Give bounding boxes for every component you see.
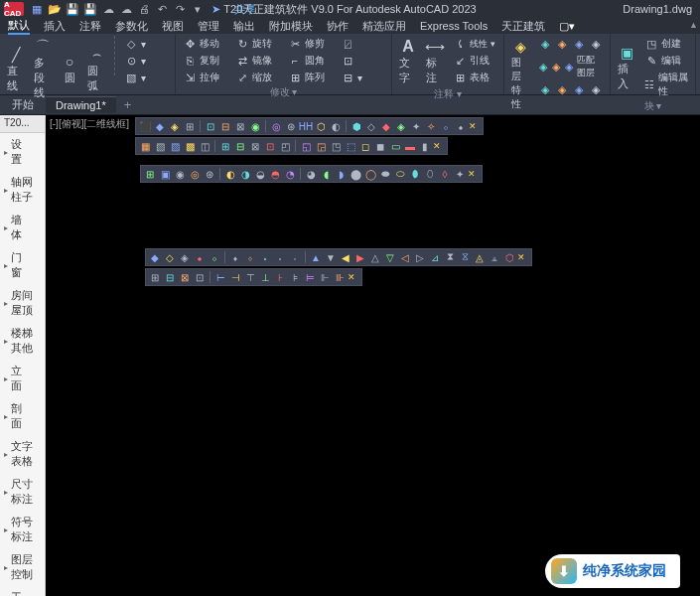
tb-icon[interactable]: ⊡: [193, 270, 207, 284]
menu-featured[interactable]: 精选应用: [362, 19, 406, 34]
tb-icon[interactable]: ▧: [153, 139, 167, 153]
menu-more-icon[interactable]: ▢▾: [559, 20, 575, 33]
tb-icon[interactable]: ⬦: [208, 250, 221, 264]
tb-icon[interactable]: ▦: [138, 139, 152, 153]
tb-icon[interactable]: ⬩: [258, 250, 272, 264]
tb-icon[interactable]: ⊞: [183, 119, 197, 133]
start-tab[interactable]: 开始: [0, 95, 46, 114]
tb-icon[interactable]: ⬪: [273, 250, 287, 264]
menu-annotate[interactable]: 注释: [79, 19, 101, 34]
tb-icon[interactable]: ◖: [319, 167, 333, 181]
draw-more-1[interactable]: ◇▾: [121, 36, 171, 52]
tb-icon[interactable]: HH: [299, 119, 313, 133]
tb-icon[interactable]: ◬: [473, 250, 487, 264]
tb-icon[interactable]: ◲: [314, 139, 328, 153]
tb-icon[interactable]: ⊠: [233, 119, 247, 133]
sidebar-item-wall[interactable]: 墙 体: [0, 209, 45, 246]
add-tab-icon[interactable]: +: [116, 95, 140, 114]
tb-icon[interactable]: ⊟: [218, 119, 232, 133]
tb-icon[interactable]: ◓: [268, 167, 282, 181]
web-open-icon[interactable]: ☁: [101, 2, 115, 16]
tb-icon[interactable]: ▭: [388, 139, 402, 153]
tb-icon[interactable]: ▲: [309, 250, 323, 264]
tb-icon[interactable]: ◆: [148, 250, 162, 264]
save-icon[interactable]: 💾: [66, 2, 79, 16]
tb-icon[interactable]: ◎: [188, 167, 202, 181]
tb-icon[interactable]: ⊞: [143, 167, 157, 181]
tb-icon[interactable]: ⬤: [349, 167, 362, 181]
move-button[interactable]: ✥移动: [180, 36, 229, 52]
tb-icon[interactable]: ⬮: [408, 167, 422, 181]
menu-addins[interactable]: 附加模块: [269, 19, 313, 34]
menu-insert[interactable]: 插入: [44, 19, 66, 34]
tb-icon[interactable]: ⬭: [393, 167, 407, 181]
tb-icon[interactable]: ◈: [178, 250, 192, 264]
tb-icon[interactable]: ✦: [453, 167, 467, 181]
viewport-label[interactable]: [-][俯视][二维线框]: [50, 117, 129, 131]
sidebar-item-settings[interactable]: 设 置: [0, 133, 45, 171]
redo-icon[interactable]: ↷: [173, 2, 187, 16]
tb-icon[interactable]: ◆: [153, 119, 167, 133]
copy-button[interactable]: ⎘复制: [180, 53, 229, 69]
tb-icon[interactable]: ⊡: [204, 119, 217, 133]
tb-icon[interactable]: ◉: [173, 167, 187, 181]
array-button[interactable]: ⊞阵列: [285, 70, 335, 85]
layer-row-1[interactable]: ◈◈◈◈: [535, 36, 606, 52]
menu-express[interactable]: Express Tools: [420, 20, 488, 32]
tb-icon[interactable]: ◻: [358, 139, 372, 153]
sidebar-item-symbol[interactable]: 符号标注: [0, 511, 45, 548]
tb-icon[interactable]: ⊩: [318, 270, 332, 284]
tb-icon[interactable]: ◐: [223, 167, 237, 181]
saveas-icon[interactable]: 💾: [83, 2, 97, 16]
stretch-button[interactable]: ⇲拉伸: [180, 70, 229, 85]
tb-icon[interactable]: ◕: [304, 167, 318, 181]
document-tab[interactable]: Drawing1*: [46, 96, 116, 113]
leader-button2[interactable]: ↙引线: [450, 53, 499, 69]
menu-manage[interactable]: 管理: [198, 19, 219, 34]
tb-icon[interactable]: ◔: [283, 167, 297, 181]
sidebar-item-door[interactable]: 门 窗: [0, 246, 45, 284]
tb-icon[interactable]: ◒: [253, 167, 267, 181]
tb-icon[interactable]: ⬧: [228, 250, 242, 264]
tb-icon[interactable]: ▶: [353, 250, 367, 264]
tb-icon[interactable]: ⬥: [193, 250, 207, 264]
tb-icon[interactable]: ⬬: [378, 167, 392, 181]
tb-icon[interactable]: ⬦: [439, 119, 453, 133]
tb-close-icon[interactable]: ✕: [468, 169, 480, 179]
tb-icon[interactable]: ⧗: [443, 250, 457, 264]
tb-icon[interactable]: ⊪: [333, 270, 347, 284]
tb-icon[interactable]: ▮: [418, 139, 432, 153]
draw-more-2[interactable]: ⊙▾: [121, 53, 171, 69]
tb-icon[interactable]: △: [368, 250, 382, 264]
sidebar-tab[interactable]: T20...: [0, 115, 45, 133]
sidebar-item-stair[interactable]: 楼梯其他: [0, 322, 45, 360]
create-button[interactable]: ◳创建: [641, 36, 691, 52]
layer-row-2[interactable]: ◈◈◈匹配图层: [535, 53, 606, 80]
tb-icon[interactable]: ⧖: [458, 250, 472, 264]
qat-dropdown-icon[interactable]: ▾: [191, 2, 205, 16]
mirror-button[interactable]: ⇄镜像: [232, 53, 282, 69]
table-button[interactable]: ⊞表格: [450, 70, 499, 85]
sidebar-item-tools[interactable]: 工 具: [0, 586, 45, 596]
tb-icon[interactable]: ◈: [168, 119, 182, 133]
tb-icon[interactable]: ▬: [403, 139, 417, 153]
tb-icon[interactable]: ⊞: [148, 270, 162, 284]
tb-icon[interactable]: ◉: [248, 119, 262, 133]
edit-button[interactable]: ✎编辑: [641, 53, 691, 69]
arc-button[interactable]: ⌢圆弧: [84, 36, 108, 102]
tb-icon[interactable]: ✧: [424, 119, 438, 133]
draw-more-3[interactable]: ▧▾: [121, 70, 171, 85]
tb-icon[interactable]: ⬡: [314, 119, 328, 133]
tb-icon[interactable]: ⬯: [423, 167, 437, 181]
web-save-icon[interactable]: ☁: [119, 2, 133, 16]
menu-output[interactable]: 输出: [233, 19, 255, 34]
tb-close-icon[interactable]: ✕: [348, 272, 359, 282]
tb-icon[interactable]: ⊿: [428, 250, 442, 264]
tb-icon[interactable]: ◯: [363, 167, 377, 181]
leader-button[interactable]: ⤹线性 ▾: [450, 36, 499, 52]
tb-icon[interactable]: ⊤: [243, 270, 257, 284]
plot-icon[interactable]: 🖨: [137, 2, 151, 16]
tb-close-icon[interactable]: ✕: [469, 121, 481, 131]
tb-icon[interactable]: ◼: [373, 139, 387, 153]
open-icon[interactable]: 📂: [48, 2, 62, 16]
